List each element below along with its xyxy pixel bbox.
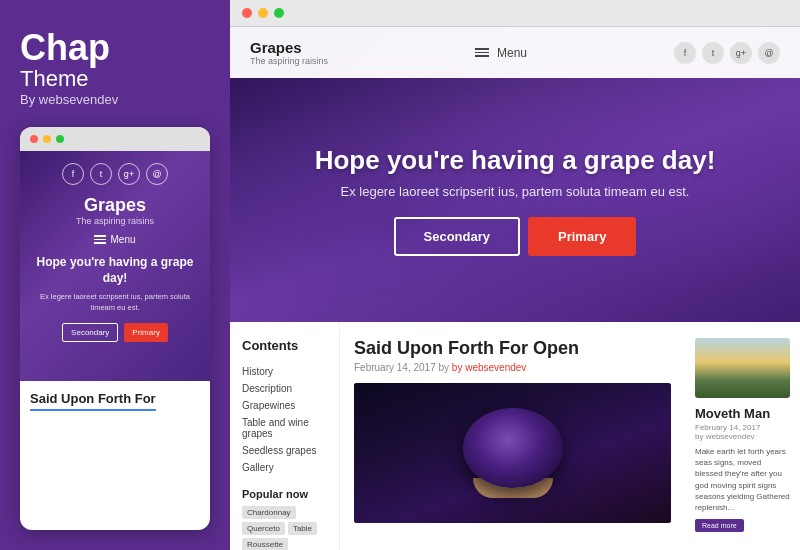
mobile-google-icon[interactable]: g+ xyxy=(118,163,140,185)
card-read-more-button[interactable]: Read more xyxy=(695,519,744,532)
browser-dot-green xyxy=(274,8,284,18)
mobile-hero-section: f t g+ @ Grapes The aspiring raisins Men… xyxy=(20,151,210,381)
contents-title: Contents xyxy=(242,338,327,353)
brand-title-light: Theme xyxy=(20,66,88,91)
popular-now-title: Popular now xyxy=(242,488,327,500)
browser-dot-red xyxy=(242,8,252,18)
tag-querceto[interactable]: Querceto xyxy=(242,522,285,535)
card-meta: February 14, 2017 by websevendev xyxy=(695,423,790,441)
contents-item-gallery[interactable]: Gallery xyxy=(242,459,327,476)
mobile-menu-label: Menu xyxy=(110,234,135,245)
contents-item-grapewines[interactable]: Grapewines xyxy=(242,397,327,414)
nav-user-icon[interactable]: @ xyxy=(758,42,780,64)
mobile-menu[interactable]: Menu xyxy=(94,234,135,245)
vineyard-image xyxy=(695,338,790,398)
brand-name: Chap Theme xyxy=(20,30,210,92)
desktop-hero: Grapes The aspiring raisins Menu f t g+ … xyxy=(230,27,800,322)
mobile-browser-chrome xyxy=(20,127,210,151)
hero-subheadline: Ex legere laoreet scripserit ius, partem… xyxy=(341,184,690,199)
hero-nav-menu-label: Menu xyxy=(497,46,527,60)
hamburger-icon xyxy=(94,235,106,244)
article-image-content xyxy=(463,408,563,498)
mobile-preview-card: f t g+ @ Grapes The aspiring raisins Men… xyxy=(20,127,210,530)
contents-item-description[interactable]: Description xyxy=(242,380,327,397)
hero-navigation: Grapes The aspiring raisins Menu f t g+ … xyxy=(230,27,800,78)
nav-twitter-icon[interactable]: t xyxy=(702,42,724,64)
desktop-hamburger-icon xyxy=(475,48,489,57)
article-author[interactable]: by websevendev xyxy=(452,362,527,373)
mobile-twitter-icon[interactable]: t xyxy=(90,163,112,185)
article-meta: February 14, 2017 by by websevendev xyxy=(354,362,671,373)
mobile-site-title: Grapes xyxy=(84,195,146,216)
mobile-hero-subheadline: Ex legere laoreet scripsent ius, partem … xyxy=(30,292,200,313)
left-sidebar: Chap Theme By websevendev f t g+ @ Grape… xyxy=(0,0,230,550)
mobile-footer-title: Said Upon Forth For xyxy=(30,391,156,411)
main-content: Grapes The aspiring raisins Menu f t g+ … xyxy=(230,0,800,550)
desktop-bottom-section: Contents History Description Grapewines … xyxy=(230,322,800,550)
contents-item-history[interactable]: History xyxy=(242,363,327,380)
browser-chrome xyxy=(230,0,800,27)
nav-facebook-icon[interactable]: f xyxy=(674,42,696,64)
article-date: February 14, 2017 xyxy=(354,362,436,373)
mobile-hero-headline: Hope you're having a grape day! xyxy=(30,255,200,286)
hero-nav-title: Grapes xyxy=(250,39,328,56)
grape-bowl xyxy=(463,408,563,488)
card-image xyxy=(695,338,790,398)
hero-headline: Hope you're having a grape day! xyxy=(315,145,716,176)
article-by: by xyxy=(439,362,452,373)
mobile-hero-buttons: Secondary Primary xyxy=(62,323,168,342)
contents-item-table[interactable]: Table and wine grapes xyxy=(242,414,327,442)
hero-buttons: Secondary Primary xyxy=(394,217,637,256)
tag-table[interactable]: Table xyxy=(288,522,317,535)
hero-secondary-button[interactable]: Secondary xyxy=(394,217,520,256)
mobile-dot-yellow xyxy=(43,135,51,143)
mobile-facebook-icon[interactable]: f xyxy=(62,163,84,185)
card-date: February 14, 2017 xyxy=(695,423,760,432)
nav-google-icon[interactable]: g+ xyxy=(730,42,752,64)
popular-tags: Chardonnay Querceto Table Roussette xyxy=(242,506,327,550)
browser-dot-yellow xyxy=(258,8,268,18)
brand-title-bold: Chap xyxy=(20,27,110,68)
article-image xyxy=(354,383,671,523)
tag-roussette[interactable]: Roussette xyxy=(242,538,288,550)
mobile-social-icons: f t g+ @ xyxy=(62,163,168,185)
hero-nav-brand: Grapes The aspiring raisins xyxy=(250,39,328,66)
right-card-area: Moveth Man February 14, 2017 by webseven… xyxy=(685,322,800,550)
hero-nav-tagline: The aspiring raisins xyxy=(250,56,328,66)
mobile-user-icon[interactable]: @ xyxy=(146,163,168,185)
hero-primary-button[interactable]: Primary xyxy=(528,217,636,256)
hero-overlay: Hope you're having a grape day! Ex leger… xyxy=(230,78,800,322)
contents-item-seedless[interactable]: Seedless grapes xyxy=(242,442,327,459)
card-excerpt: Make earth let forth years seas signs, m… xyxy=(695,446,790,513)
card-by: by websevendev xyxy=(695,432,755,441)
mobile-footer: Said Upon Forth For xyxy=(20,381,210,419)
contents-sidebar: Contents History Description Grapewines … xyxy=(230,322,340,550)
article-area: Said Upon Forth For Open February 14, 20… xyxy=(340,322,685,550)
grape-visual-decoration xyxy=(230,78,800,322)
article-title: Said Upon Forth For Open xyxy=(354,338,671,359)
mobile-site-tagline: The aspiring raisins xyxy=(76,216,154,226)
mobile-dot-green xyxy=(56,135,64,143)
mobile-primary-button[interactable]: Primary xyxy=(124,323,168,342)
mobile-secondary-button[interactable]: Secondary xyxy=(62,323,118,342)
tag-chardonnay[interactable]: Chardonnay xyxy=(242,506,296,519)
brand-by: By websevendev xyxy=(20,92,210,107)
hero-nav-social: f t g+ @ xyxy=(674,42,780,64)
card-title: Moveth Man xyxy=(695,406,790,421)
mobile-dot-red xyxy=(30,135,38,143)
hero-nav-menu[interactable]: Menu xyxy=(475,46,527,60)
